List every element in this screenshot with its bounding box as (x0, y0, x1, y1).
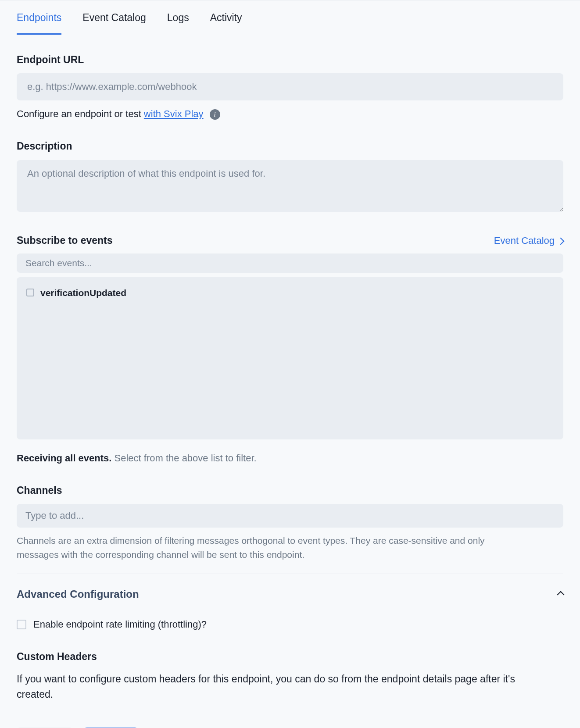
advanced-title: Advanced Configuration (17, 586, 139, 602)
endpoint-url-label: Endpoint URL (17, 52, 563, 68)
chevron-right-icon (558, 233, 563, 248)
tab-activity[interactable]: Activity (210, 10, 242, 35)
channels-input[interactable] (17, 504, 563, 528)
checkbox-icon[interactable] (17, 620, 26, 629)
events-section: Subscribe to events Event Catalog verifi… (17, 233, 563, 465)
tabs: Endpoints Event Catalog Logs Activity (17, 0, 563, 35)
description-section: Description (17, 139, 563, 215)
description-input[interactable] (17, 160, 563, 212)
events-status-muted: Select from the above list to filter. (115, 453, 257, 464)
endpoint-url-input[interactable] (17, 73, 563, 100)
divider (17, 574, 563, 574)
checkbox-icon[interactable] (26, 289, 34, 296)
event-item-label: verificationUpdated (40, 286, 126, 300)
rate-limit-toggle[interactable]: Enable endpoint rate limiting (throttlin… (17, 617, 563, 632)
info-icon[interactable]: i (210, 109, 220, 120)
svix-play-link[interactable]: with Svix Play (144, 108, 204, 119)
channels-label: Channels (17, 483, 563, 498)
chevron-up-icon (558, 587, 563, 601)
tab-event-catalog[interactable]: Event Catalog (82, 10, 146, 35)
event-catalog-link-text: Event Catalog (494, 233, 555, 248)
endpoint-url-helper: Configure an endpoint or test with Svix … (17, 107, 563, 121)
advanced-section: Advanced Configuration Enable endpoint r… (17, 586, 563, 703)
channels-help-text: Channels are an extra dimension of filte… (17, 534, 499, 561)
tab-logs[interactable]: Logs (167, 10, 189, 35)
channels-section: Channels Channels are an extra dimension… (17, 483, 563, 562)
rate-limit-label: Enable endpoint rate limiting (throttlin… (33, 617, 207, 632)
divider (17, 715, 563, 715)
custom-headers-desc: If you want to configure custom headers … (17, 671, 526, 703)
description-label: Description (17, 139, 563, 154)
events-list: verificationUpdated (17, 277, 563, 439)
advanced-toggle[interactable]: Advanced Configuration (17, 586, 563, 602)
tab-endpoints[interactable]: Endpoints (17, 10, 61, 35)
events-status-strong: Receiving all events. (17, 453, 111, 464)
event-item-verificationUpdated[interactable]: verificationUpdated (26, 286, 554, 300)
custom-headers-title: Custom Headers (17, 649, 563, 664)
events-search-input[interactable] (17, 253, 563, 273)
endpoint-url-section: Endpoint URL Configure an endpoint or te… (17, 52, 563, 121)
endpoint-url-helper-text: Configure an endpoint or test (17, 108, 144, 119)
events-status: Receiving all events. Select from the ab… (17, 451, 563, 465)
event-catalog-link[interactable]: Event Catalog (494, 233, 563, 248)
events-label: Subscribe to events (17, 233, 113, 248)
